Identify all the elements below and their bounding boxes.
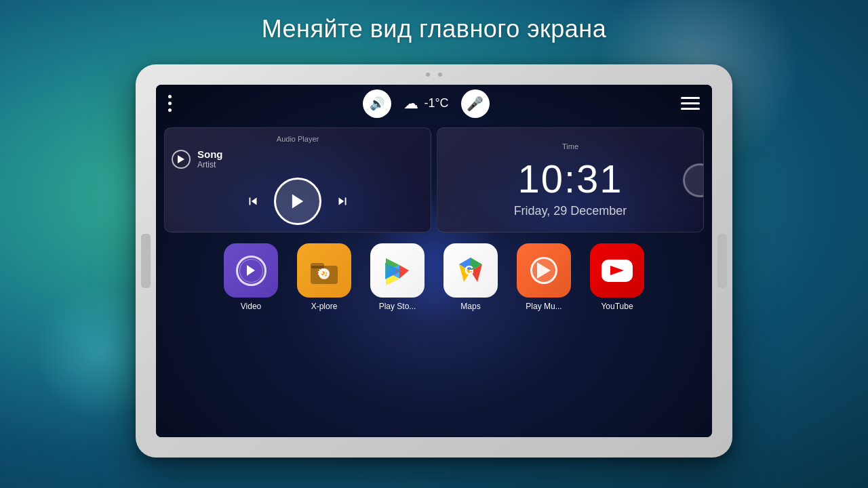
svg-text:⚙: ⚙ — [317, 266, 328, 280]
playstore-label: Play Sto... — [379, 302, 416, 311]
app-grid: Video ⚙ X- — [156, 238, 712, 318]
svg-marker-1 — [292, 195, 303, 209]
app-item-youtube[interactable]: YouTube — [583, 243, 651, 311]
svg-marker-0 — [178, 155, 184, 163]
video-icon — [224, 243, 278, 298]
time-widget-title: Time — [444, 142, 696, 150]
playmusic-label: Play Mu... — [526, 302, 561, 311]
xplore-icon: ⚙ — [297, 243, 351, 298]
tablet-device: 🔊 ☁ -1°C 🎤 — [136, 64, 732, 458]
mic-button[interactable]: 🎤 — [461, 89, 490, 118]
app-item-playstore[interactable]: ▶ Play Sto... — [363, 243, 431, 311]
top-bar: 🔊 ☁ -1°C 🎤 — [156, 85, 712, 122]
tablet-screen: 🔊 ☁ -1°C 🎤 — [156, 85, 712, 437]
svg-marker-16 — [537, 262, 551, 279]
mini-play-button[interactable] — [172, 150, 191, 169]
date-display: Friday, 29 December — [514, 204, 627, 218]
svg-text:G: G — [465, 264, 474, 277]
weather-info: ☁ -1°C — [403, 95, 448, 113]
cloud-icon: ☁ — [403, 95, 418, 113]
temperature-text: -1°C — [424, 96, 448, 110]
top-bar-center: 🔊 ☁ -1°C 🎤 — [363, 89, 489, 118]
app-item-maps[interactable]: G Maps — [437, 243, 505, 311]
youtube-icon — [590, 243, 644, 298]
audio-player-widget[interactable]: Audio Player Song Artist — [164, 127, 431, 232]
main-content: Audio Player Song Artist — [156, 122, 712, 437]
speaker-right — [717, 234, 727, 288]
artist-name: Artist — [197, 160, 223, 169]
svg-text:▶: ▶ — [385, 257, 402, 281]
time-widget: Time 10:31 Friday, 29 December — [437, 127, 704, 232]
three-dots-menu[interactable] — [168, 95, 172, 112]
volume-button[interactable]: 🔊 — [363, 89, 391, 118]
song-name: Song — [197, 148, 223, 160]
next-button[interactable] — [335, 194, 350, 209]
app-item-playmusic[interactable]: Play Mu... — [510, 243, 578, 311]
app-item-xplore[interactable]: ⚙ X-plore — [290, 243, 358, 311]
maps-label: Maps — [460, 302, 480, 311]
hamburger-menu[interactable] — [681, 97, 700, 110]
maps-icon: G — [443, 243, 498, 298]
audio-widget-title: Audio Player — [172, 135, 424, 143]
song-info: Song Artist — [172, 148, 424, 169]
audio-controls — [172, 178, 424, 225]
time-display: 10:31 — [517, 156, 623, 201]
app-item-video[interactable]: Video — [217, 243, 285, 311]
speaker-left — [141, 234, 151, 288]
playmusic-icon — [517, 243, 571, 298]
camera-dots — [426, 73, 442, 77]
xplore-label: X-plore — [311, 302, 338, 311]
video-label: Video — [241, 302, 261, 311]
prev-button[interactable] — [245, 194, 260, 209]
youtube-label: YouTube — [601, 302, 633, 311]
mic-icon: 🎤 — [467, 96, 484, 112]
volume-icon: 🔊 — [370, 96, 384, 111]
widgets-row: Audio Player Song Artist — [156, 122, 712, 238]
playstore-icon: ▶ — [370, 243, 425, 298]
play-pause-button[interactable] — [274, 178, 321, 225]
svg-marker-17 — [610, 266, 624, 275]
